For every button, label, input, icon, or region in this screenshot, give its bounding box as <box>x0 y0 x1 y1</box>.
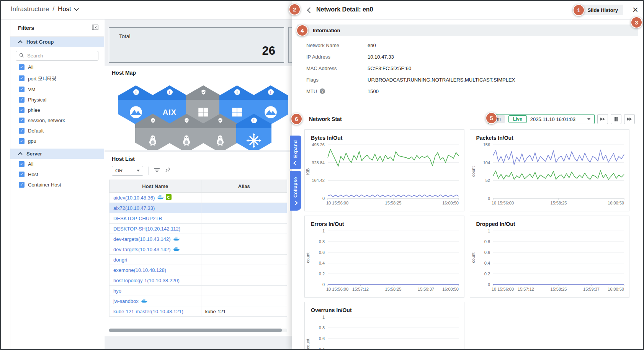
chart-card-packets: Packets In/Out05210415610 15:56:0015:58:… <box>470 129 630 211</box>
host-row[interactable]: aix72(10.10.47.33) <box>110 203 287 213</box>
checkbox-checked[interactable]: ✓ <box>19 75 25 81</box>
filter-item[interactable]: ✓Physical <box>10 95 104 105</box>
host-link[interactable]: kube-121-master(10.10.48.121) <box>113 309 197 314</box>
filter-icon[interactable] <box>154 167 160 174</box>
logic-operator-value: OR <box>115 168 123 173</box>
checkbox-checked[interactable]: ✓ <box>19 172 25 177</box>
host-row[interactable]: DESKTOP-CHUP2TR <box>110 213 287 224</box>
host-link[interactable]: aix72(10.10.47.33) <box>113 205 197 211</box>
breadcrumb-infrastructure[interactable]: Infrastructure <box>11 5 49 13</box>
docker-icon <box>157 195 163 201</box>
host-link[interactable]: DESKTOP-SH(10.20.142.112) <box>113 226 197 232</box>
section-header-server[interactable]: Server <box>10 149 104 159</box>
host-row[interactable]: dev-targets(10.10.43.142) <box>110 244 287 255</box>
logic-operator-select[interactable]: OR <box>112 166 143 176</box>
host-link[interactable]: jw-sandbox <box>113 298 197 304</box>
rewind-button[interactable] <box>597 114 608 124</box>
checkbox-checked[interactable]: ✓ <box>19 107 25 113</box>
host-alias <box>201 255 287 265</box>
checkbox-checked[interactable]: ✓ <box>19 97 25 103</box>
host-row[interactable]: exemone(10.10.48.128) <box>110 265 287 275</box>
host-link[interactable]: aidev(10.10.48.36) <box>113 194 197 201</box>
datetime-value[interactable]: 2025.11.10 16:01:03 <box>530 116 584 122</box>
host-row[interactable]: hostTopology-1(10.10.38.220) <box>110 275 287 286</box>
host-row[interactable]: jw-sandbox <box>110 296 287 306</box>
expand-tab[interactable]: Expand <box>290 136 301 169</box>
chart-card-bytes: Bytes In/Out0164.42328.84493.2610 15:56:… <box>304 129 464 211</box>
collapse-panel-icon[interactable] <box>92 25 98 31</box>
close-icon[interactable]: × <box>633 3 638 16</box>
host-row[interactable]: aidev(10.10.48.36) <box>110 193 287 203</box>
time-range-control[interactable]: 5m Live 2025.11.10 16:01:03 <box>488 114 595 124</box>
svg-text:0.8: 0.8 <box>319 239 325 244</box>
filter-item[interactable]: ✓phlee <box>10 105 104 115</box>
filter-item[interactable]: ✓All <box>10 159 104 169</box>
checkbox-checked[interactable]: ✓ <box>19 64 25 70</box>
filter-item[interactable]: ✓gpu <box>10 136 104 146</box>
host-link[interactable]: exemone(10.10.48.128) <box>113 267 197 273</box>
host-row[interactable]: hyo <box>110 286 287 296</box>
nvidia-icon <box>166 194 172 201</box>
fast-forward-button[interactable] <box>624 114 635 124</box>
filter-item[interactable]: ✓Container Host <box>10 180 104 190</box>
time-controls: 5m Live 2025.11.10 16:01:03 <box>488 114 635 124</box>
information-row: MTU?1500 <box>306 85 636 97</box>
checkbox-checked[interactable]: ✓ <box>19 87 25 92</box>
back-icon[interactable] <box>307 7 313 13</box>
host-row[interactable]: dev-targets(10.10.43.142) <box>110 234 287 244</box>
breadcrumb-host[interactable]: Host <box>58 5 71 13</box>
svg-text:52: 52 <box>485 178 490 183</box>
host-link[interactable]: dev-targets(10.10.43.142) <box>113 246 197 252</box>
checkbox-checked[interactable]: ✓ <box>19 138 25 144</box>
host-link[interactable]: dongri <box>113 257 197 263</box>
checkbox-checked[interactable]: ✓ <box>19 161 25 167</box>
pin-icon[interactable] <box>165 167 171 174</box>
filter-item[interactable]: ✓port 모니터링 <box>10 72 104 84</box>
pause-button[interactable] <box>611 114 621 124</box>
host-row[interactable]: dongri <box>110 255 287 265</box>
filter-item[interactable]: ✓VM <box>10 84 104 95</box>
info-label: IP Address <box>306 54 330 60</box>
chart-card-errors: Errors In/Out00.20.40.60.8110 15:56:0015… <box>304 216 464 298</box>
host-alias <box>201 203 287 213</box>
filter-item[interactable]: ✓Default <box>10 126 104 136</box>
help-icon[interactable]: ? <box>320 88 325 94</box>
filter-item[interactable]: ✓All <box>10 62 104 72</box>
info-label: Network Name <box>306 43 339 48</box>
live-badge[interactable]: Live <box>508 115 527 123</box>
scrollbar-thumb[interactable] <box>109 329 282 332</box>
filter-item[interactable]: ✓Host <box>10 169 104 180</box>
filter-item-label: session, network <box>28 118 65 123</box>
column-header-alias[interactable]: Alias <box>201 180 287 193</box>
checkbox-checked[interactable]: ✓ <box>19 128 25 134</box>
host-alias <box>201 213 287 224</box>
svg-text:15:59:37: 15:59:37 <box>583 287 600 291</box>
host-link[interactable]: dev-targets(10.10.43.142) <box>113 236 197 242</box>
host-name: hostTopology-1(10.10.38.220) <box>113 278 180 283</box>
divider <box>148 167 149 175</box>
host-row[interactable]: kube-121-master(10.10.48.121)kube-121 <box>110 306 287 317</box>
chart-title: Overruns In/Out <box>311 307 464 313</box>
collapse-tab[interactable]: Collapse <box>290 171 301 211</box>
chevron-down-icon[interactable] <box>74 6 79 11</box>
horizontal-scrollbar[interactable] <box>109 329 287 332</box>
total-label: Total <box>119 33 131 39</box>
host-link[interactable]: DESKTOP-CHUP2TR <box>113 216 197 221</box>
column-header-host-name[interactable]: Host Name <box>110 180 201 193</box>
host-name: DESKTOP-CHUP2TR <box>113 216 162 221</box>
total-card[interactable]: Total 26 <box>109 27 284 63</box>
checkbox-checked[interactable]: ✓ <box>19 118 25 123</box>
section-header-host-group[interactable]: Host Group <box>10 37 104 47</box>
aix-label: AIX <box>163 108 177 117</box>
search-input[interactable] <box>26 52 95 59</box>
svg-text:10 15:56:00: 10 15:56:00 <box>326 287 348 291</box>
expand-label: Expand <box>293 140 298 158</box>
host-link[interactable]: hyo <box>113 288 197 294</box>
svg-text:493.26: 493.26 <box>312 142 325 147</box>
checkbox-checked[interactable]: ✓ <box>19 182 25 188</box>
host-row[interactable]: DESKTOP-SH(10.20.142.112) <box>110 224 287 234</box>
search-box[interactable] <box>16 51 98 61</box>
filter-item[interactable]: ✓session, network <box>10 115 104 126</box>
host-link[interactable]: hostTopology-1(10.10.38.220) <box>113 278 197 283</box>
info-value: en0 <box>368 43 376 48</box>
